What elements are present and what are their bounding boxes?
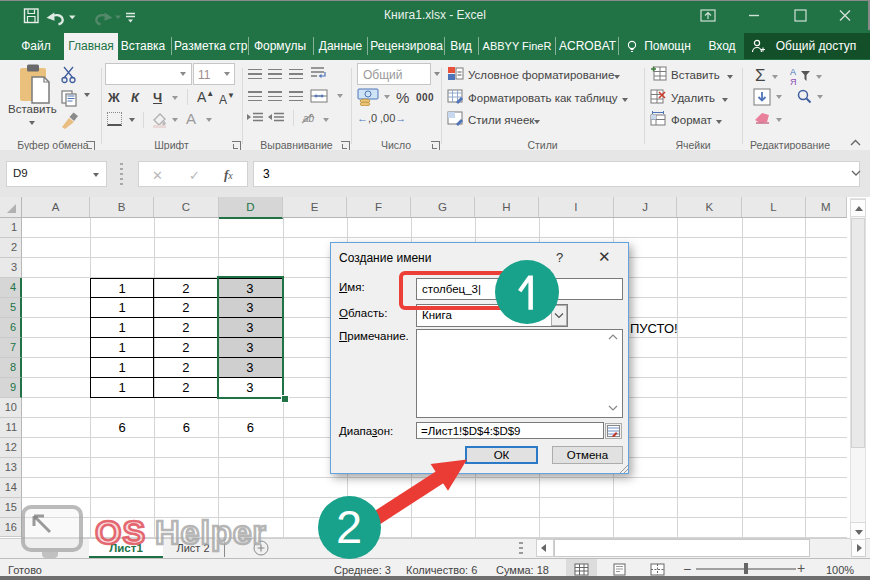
svg-text:ab: ab (303, 113, 315, 124)
